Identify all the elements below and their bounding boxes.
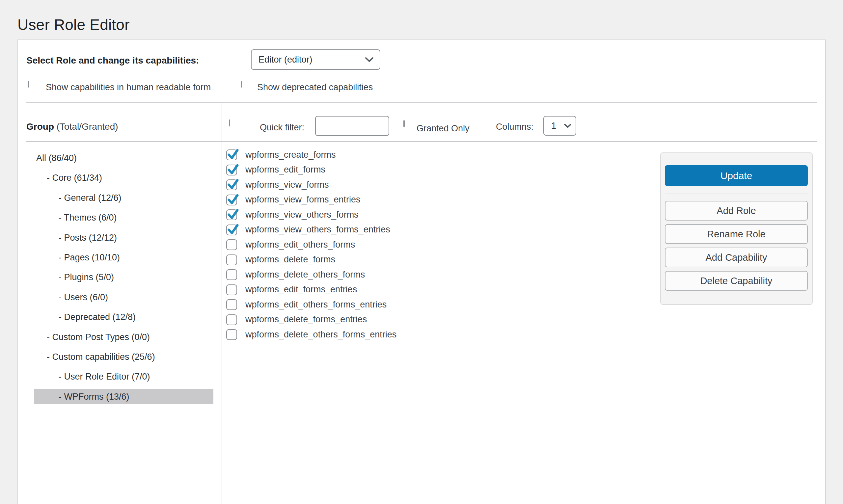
capability-checkbox[interactable] [226, 179, 237, 190]
capability-checkbox[interactable] [226, 299, 237, 310]
check-icon [227, 148, 240, 161]
capability-label[interactable]: wpforms_edit_others_forms_entries [245, 300, 387, 310]
capability-label[interactable]: wpforms_edit_forms_entries [245, 284, 357, 295]
capability-checkbox[interactable] [226, 284, 237, 295]
check-icon [227, 193, 240, 206]
capability-checkbox[interactable] [226, 239, 237, 250]
group-tree-item[interactable]: - Custom Post Types (0/0) [34, 329, 213, 345]
divider-vertical [221, 102, 222, 504]
group-tree-item[interactable]: - General (12/6) [34, 190, 213, 205]
capability-checkbox[interactable] [226, 254, 237, 265]
capability-label[interactable]: wpforms_view_others_forms_entries [245, 224, 390, 235]
role-select[interactable]: Editor (editor) [251, 49, 380, 70]
capability-label[interactable]: wpforms_create_forms [245, 150, 336, 160]
capability-checkbox[interactable] [226, 209, 237, 220]
select-role-label: Select Role and change its capabilities: [26, 55, 199, 66]
divider-top [26, 102, 817, 103]
group-header-rest: (Total/Granted) [54, 122, 118, 132]
capability-row: wpforms_view_forms [226, 177, 329, 192]
group-tree-item[interactable]: - Users (6/0) [34, 290, 213, 305]
group-tree-item[interactable]: - Themes (6/0) [34, 210, 213, 225]
group-tree-item[interactable]: - Posts (12/12) [34, 230, 213, 245]
add-capability-button[interactable]: Add Capability [665, 248, 808, 267]
capability-checkbox[interactable] [226, 224, 237, 235]
page-title: User Role Editor [17, 16, 130, 34]
chevron-down-icon [564, 123, 572, 128]
capability-label[interactable]: wpforms_view_others_forms [245, 210, 359, 220]
capability-row: wpforms_view_others_forms [226, 207, 359, 222]
human-readable-checkbox[interactable] [28, 80, 29, 88]
capability-row: wpforms_edit_others_forms [226, 237, 355, 252]
role-select-value: Editor (editor) [258, 55, 312, 65]
capability-label[interactable]: wpforms_delete_forms [245, 254, 335, 265]
check-icon [227, 163, 240, 176]
group-tree-item[interactable]: - Plugins (5/0) [34, 270, 213, 285]
capability-row: wpforms_delete_forms_entries [226, 312, 367, 327]
capability-row: wpforms_delete_forms [226, 252, 335, 267]
capability-checkbox[interactable] [226, 329, 237, 340]
capability-row: wpforms_edit_others_forms_entries [226, 297, 387, 312]
capability-label[interactable]: wpforms_view_forms_entries [245, 195, 361, 205]
group-tree-item[interactable]: - Custom capabilities (25/6) [34, 349, 213, 364]
capability-checkbox[interactable] [226, 314, 237, 325]
capability-row: wpforms_view_forms_entries [226, 192, 361, 208]
capability-checkbox[interactable] [226, 149, 237, 160]
show-deprecated-checkbox[interactable] [241, 80, 242, 88]
capability-label[interactable]: wpforms_view_forms [245, 180, 329, 190]
columns-select-value: 1 [551, 121, 556, 131]
capability-row: wpforms_edit_forms [226, 162, 325, 177]
group-header-bold: Group [26, 122, 54, 132]
capability-checkbox[interactable] [226, 195, 237, 205]
divider-filter [26, 141, 817, 142]
capability-label[interactable]: wpforms_delete_others_forms_entries [245, 329, 396, 340]
human-readable-label[interactable]: Show capabilities in human readable form [46, 82, 211, 92]
granted-only-label[interactable]: Granted Only [416, 123, 470, 134]
capability-checkbox[interactable] [226, 269, 237, 280]
group-header: Group (Total/Granted) [26, 122, 118, 132]
group-tree-item[interactable]: All (86/40) [34, 150, 213, 166]
group-tree-item[interactable]: - Pages (10/10) [34, 250, 213, 265]
check-icon [227, 208, 240, 221]
delete-capability-button[interactable]: Delete Capability [665, 271, 808, 291]
capability-checkbox[interactable] [226, 165, 237, 176]
card-divider [665, 194, 808, 194]
capability-row: wpforms_view_others_forms_entries [226, 222, 390, 237]
group-tree-item[interactable]: - WPForms (13/6) [34, 389, 213, 404]
group-tree-item[interactable]: - Core (61/34) [34, 170, 213, 185]
group-tree-item[interactable]: - Deprecated (12/8) [34, 309, 213, 325]
granted-only-checkbox[interactable] [403, 120, 405, 127]
rename-role-button[interactable]: Rename Role [665, 224, 808, 244]
chevron-down-icon [365, 57, 374, 62]
quick-filter-input[interactable] [315, 116, 389, 136]
columns-select[interactable]: 1 [543, 116, 576, 136]
select-all-checkbox[interactable] [229, 120, 230, 126]
columns-label: Columns: [496, 122, 534, 132]
quick-filter-label: Quick filter: [260, 123, 304, 133]
show-deprecated-label[interactable]: Show deprecated capabilities [257, 82, 373, 92]
capability-row: wpforms_edit_forms_entries [226, 282, 357, 297]
capability-label[interactable]: wpforms_delete_others_forms [245, 270, 365, 280]
update-button[interactable]: Update [665, 165, 808, 186]
group-tree-item[interactable]: - User Role Editor (7/0) [34, 369, 213, 384]
capability-row: wpforms_delete_others_forms_entries [226, 327, 396, 342]
user-role-editor-page: User Role Editor Select Role and change … [0, 0, 843, 504]
check-icon [227, 223, 240, 236]
capability-label[interactable]: wpforms_edit_others_forms [245, 240, 355, 250]
capability-label[interactable]: wpforms_delete_forms_entries [245, 314, 367, 325]
check-icon [227, 178, 240, 191]
add-role-button[interactable]: Add Role [665, 201, 808, 220]
capability-row: wpforms_create_forms [226, 147, 336, 162]
capability-row: wpforms_delete_others_forms [226, 267, 365, 282]
capability-label[interactable]: wpforms_edit_forms [245, 165, 325, 175]
